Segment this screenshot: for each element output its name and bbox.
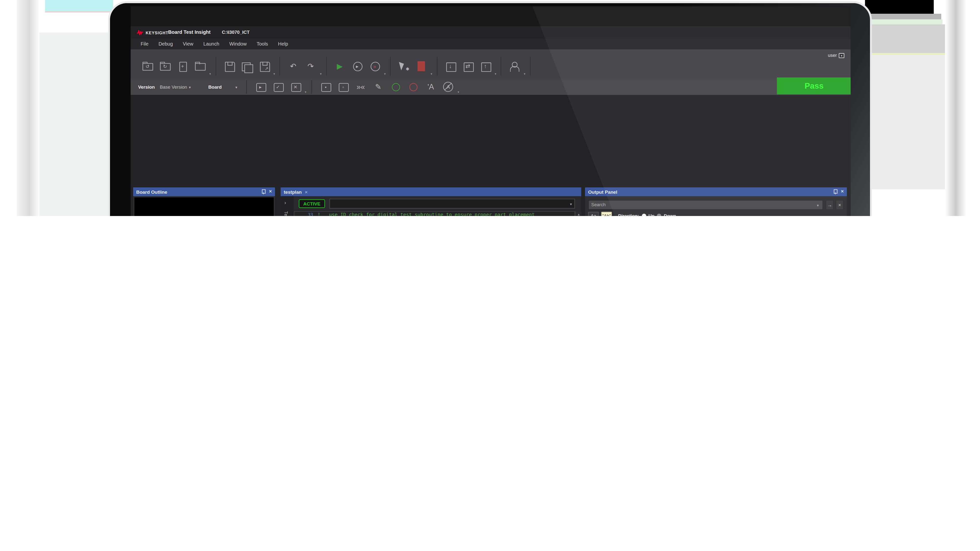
code-line-33[interactable]: 33! use ID check for digital test subrou… (294, 212, 574, 216)
direction-down-label: Down (664, 213, 676, 216)
background-band-right (945, 0, 966, 216)
group-overflow-icon[interactable]: ▾ (431, 72, 432, 75)
new-file-icon[interactable]: + (176, 60, 189, 73)
menu-item-tools[interactable]: Tools (251, 41, 273, 47)
redo-icon[interactable]: ↷ (304, 60, 317, 73)
testplan-variables-tab[interactable]: Testplan Variables (284, 211, 288, 216)
background-pale-left (40, 33, 110, 216)
group-overflow-icon[interactable]: ▾ (305, 90, 306, 94)
toolbar-group: ▾ (501, 57, 530, 76)
toolbar-row-1: ↺↻+▾↗▾↶↷▾▶▸»▾✱▾↓⇄↑▾▾ (134, 57, 530, 76)
menu-item-launch[interactable]: Launch (199, 41, 224, 47)
toolbar-group: ↗▾ (216, 57, 280, 76)
menu-item-view[interactable]: View (178, 41, 199, 47)
direction-label: Direction: (618, 213, 639, 216)
user-box[interactable]: user ▾ (828, 52, 844, 58)
toolbar-group: ✱▾ (391, 57, 438, 76)
group-overflow-icon[interactable]: ▾ (320, 72, 321, 75)
background-band-left (17, 0, 40, 216)
pass-status-banner: Pass (777, 78, 851, 94)
group-overflow-icon[interactable]: ▾ (274, 72, 275, 75)
match-case-button[interactable]: Aa (588, 212, 598, 216)
session-monitor-icon: ▾ (838, 53, 844, 58)
check-in-icon[interactable]: ↓ (444, 60, 457, 73)
search-options-row: Aa "Ab" Direction: Up Down (588, 212, 676, 216)
pass-ring-icon[interactable] (390, 81, 402, 93)
direction-up-radio[interactable] (642, 213, 646, 216)
brand-label: KEYSIGHT (146, 30, 168, 35)
testplan-header: testplan × (280, 187, 581, 196)
import-folder-icon[interactable]: ↻ (159, 60, 171, 73)
menu-item-debug[interactable]: Debug (153, 41, 178, 47)
direction-up-label: Up (649, 213, 654, 216)
group-overflow-icon[interactable]: ▾ (458, 90, 459, 94)
search-go-button[interactable]: → (826, 200, 834, 210)
expand-chevron-icon[interactable]: › (285, 200, 286, 205)
tab-close-icon[interactable]: × (305, 189, 307, 195)
direction-down-radio[interactable] (657, 213, 661, 216)
search-clear-button[interactable]: × (836, 200, 844, 210)
save-icon[interactable] (223, 60, 235, 73)
background-gray-strip (865, 14, 941, 19)
editor-vertical-scrollbar[interactable]: ▴ ▾ (575, 211, 581, 216)
align-probes-icon[interactable]: »« (355, 81, 367, 93)
auto-a-icon[interactable]: ʹA (425, 81, 437, 93)
probe-wand-icon[interactable]: ✎ (372, 81, 384, 93)
board-outline-panel: Board Outline × (133, 187, 275, 216)
fail-ring-icon[interactable] (407, 81, 420, 93)
chevron-down-icon[interactable]: ▾ (189, 85, 191, 89)
check-out-icon[interactable]: ↑ (479, 60, 492, 73)
group-overflow-icon[interactable]: ▾ (384, 72, 386, 75)
toolbar: ↺↻+▾↗▾↶↷▾▶▸»▾✱▾↓⇄↑▾▾ user ▾ Version Base… (130, 49, 851, 95)
stop-icon[interactable] (415, 60, 428, 73)
menu-item-help[interactable]: Help (273, 41, 293, 47)
scroll-up-icon[interactable]: ▴ (576, 211, 582, 216)
group-overflow-icon[interactable]: ▾ (524, 72, 525, 75)
group-overflow-icon[interactable]: ▾ (210, 72, 211, 75)
board-test-icon[interactable]: ▸ (254, 81, 267, 93)
search-input[interactable]: Search (588, 200, 823, 210)
testplan-variables-strip[interactable]: › Testplan Variables (280, 196, 294, 216)
board-outline-header: Board Outline × (133, 187, 275, 196)
search-row: Search ▾ → × (588, 200, 843, 210)
run-to-breakpoint-icon[interactable]: » (369, 60, 381, 73)
toolbar-group: ↺↻+▾ (134, 57, 216, 76)
match-word-button[interactable]: "Ab" (601, 212, 612, 216)
group-overflow-icon[interactable]: ▾ (495, 72, 496, 75)
active-badge: ACTIVE (299, 199, 325, 208)
search-history-chevron-icon[interactable]: ▾ (817, 203, 819, 207)
compare-icon[interactable]: ⇄ (461, 60, 474, 73)
version-dropdown[interactable]: Base Version (160, 84, 187, 90)
keysight-logo-icon (136, 29, 144, 36)
pin-icon[interactable] (833, 189, 838, 194)
menu-item-window[interactable]: Window (224, 41, 252, 47)
menu-item-file[interactable]: File (136, 41, 154, 47)
run-icon[interactable]: ▶ (333, 60, 346, 73)
board-eject-icon[interactable]: ▫ (337, 81, 349, 93)
disable-a-icon[interactable]: A (442, 81, 455, 93)
close-icon[interactable]: × (841, 189, 844, 194)
user-permissions-icon[interactable] (508, 60, 520, 73)
board-lock-icon[interactable]: ▪ (320, 81, 332, 93)
testplan-panel: testplan × › Testplan Variables ACTIVE ▾… (280, 187, 581, 216)
save-all-icon[interactable] (240, 60, 253, 73)
background-green-strip (861, 19, 942, 24)
board-chevron-down-icon[interactable]: ▾ (235, 85, 237, 89)
close-icon[interactable]: × (269, 189, 272, 194)
code-editor[interactable]: 33! use ID check for digital test subrou… (294, 211, 575, 216)
pin-icon[interactable] (261, 189, 266, 194)
board-pass-icon[interactable]: ✓ (272, 81, 284, 93)
step-over-icon[interactable]: ▸ (351, 60, 364, 73)
debug-cursor-icon[interactable]: ✱ (398, 60, 410, 73)
procedure-combobox[interactable]: ▾ (329, 198, 575, 209)
undo-icon[interactable]: ↶ (287, 60, 299, 73)
open-recent-folder-icon[interactable]: ↺ (142, 60, 154, 73)
user-label: user (828, 52, 837, 58)
toolbar-row-2: Version Base Version ▾ Board ▾ ▸✓✕▾▪▫»«✎… (130, 79, 851, 95)
version-label: Version (138, 84, 155, 90)
open-folder-icon[interactable] (194, 60, 206, 73)
testplan-title: testplan (284, 189, 302, 195)
board-outline-canvas[interactable] (134, 197, 274, 216)
save-as-icon[interactable]: ↗ (258, 60, 270, 73)
board-fail-icon[interactable]: ✕ (289, 81, 302, 93)
